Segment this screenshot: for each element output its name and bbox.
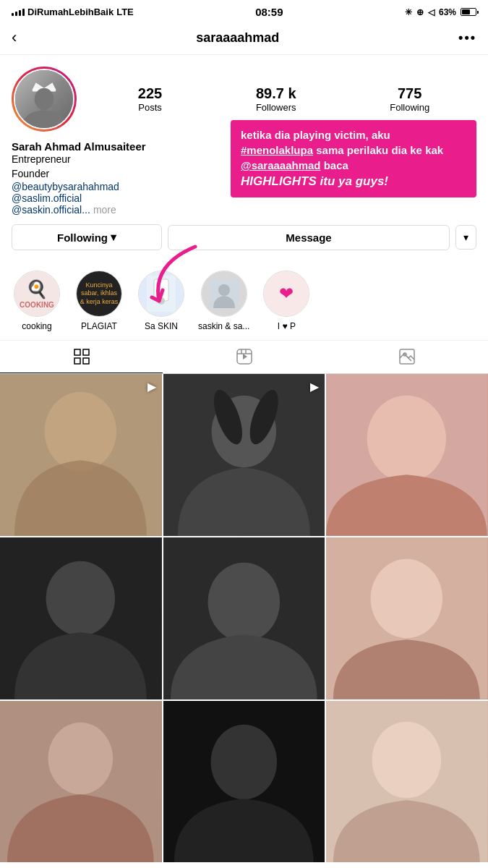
highlight-plagiat[interactable]: Kuncinya sabar, ikhlas & kerja keras PLA… [74, 271, 124, 331]
svg-point-37 [210, 724, 276, 799]
grid-cell[interactable] [163, 701, 325, 863]
grid-cell[interactable]: ▶ [0, 374, 162, 536]
highlight-plagiat-label: PLAGIAT [81, 321, 117, 331]
network-label: LTE [116, 7, 134, 17]
svg-rect-11 [74, 358, 80, 364]
lock-icon: ⊕ [416, 7, 424, 17]
grid-cell[interactable] [0, 537, 162, 699]
svg-point-27 [367, 396, 446, 482]
highlight-heart[interactable]: ❤ I ♥ P [261, 271, 312, 331]
svg-point-3 [35, 88, 54, 110]
avatar[interactable] [12, 67, 77, 132]
reels-icon [236, 348, 253, 365]
settings-icon: ✳ [405, 7, 412, 17]
svg-rect-10 [83, 349, 89, 355]
svg-marker-14 [243, 354, 247, 359]
svg-point-21 [45, 392, 116, 471]
more-options-button[interactable]: ••• [458, 30, 476, 46]
tab-tagged[interactable] [325, 348, 488, 373]
avatar-image [15, 70, 73, 128]
following-label: Following [57, 231, 108, 244]
status-left: DiRumahLebihBaik LTE [12, 7, 134, 17]
grid-cell[interactable]: ▶ [163, 374, 325, 536]
arrow-annotation [145, 243, 202, 311]
stat-posts[interactable]: 225 Posts [138, 85, 162, 113]
bio-more[interactable]: more [93, 204, 116, 216]
highlight-saskinsa-circle [201, 271, 247, 317]
highlight-cooking-label: cooking [22, 321, 51, 331]
followers-count: 89.7 k [256, 85, 296, 102]
grid-cell[interactable] [326, 537, 488, 699]
highlight-saskinsa-label: saskin & sa... [198, 321, 249, 331]
play-icon: ▶ [310, 380, 319, 393]
battery-label: 63% [439, 7, 456, 17]
highlight-heart-label: I ♥ P [278, 321, 296, 331]
annotation-text1: ketika dia playing victim, aku [241, 129, 390, 141]
highlight-saskin-label: Sa SKIN [145, 321, 178, 331]
action-buttons: Following ▾ Message ▾ [12, 224, 476, 250]
stat-followers[interactable]: 89.7 k Followers [256, 85, 296, 113]
svg-point-8 [218, 284, 230, 296]
svg-point-39 [372, 721, 441, 797]
posts-count: 225 [138, 85, 162, 102]
avatar-ring [12, 67, 77, 132]
svg-point-29 [46, 561, 115, 636]
grid-cell[interactable] [0, 701, 162, 863]
annotation-text3: baca [324, 159, 348, 171]
signal-icon [12, 9, 25, 16]
bio-link-2[interactable]: @saslim.official [12, 192, 82, 204]
play-icon: ▶ [147, 380, 156, 393]
highlight-saskinsa[interactable]: saskin & sa... [198, 271, 249, 331]
followers-label: Followers [256, 102, 296, 113]
following-label: Following [390, 102, 429, 113]
stat-following[interactable]: 775 Following [390, 85, 429, 113]
svg-rect-12 [83, 358, 89, 364]
tab-grid[interactable] [0, 348, 163, 373]
annotation-overlay: ketika dia playing victim, aku #menolakl… [231, 120, 476, 197]
svg-point-33 [371, 559, 442, 638]
photo-grid: ▶ ▶ [0, 374, 488, 862]
following-button[interactable]: Following ▾ [12, 224, 162, 250]
annotation-text2: sama perilaku dia ke kak [316, 144, 443, 156]
following-count: 775 [398, 85, 421, 102]
status-right: ✳ ⊕ ◁ 63% [405, 7, 476, 17]
grid-icon [73, 348, 90, 365]
profile-username: saraaaahmad [196, 30, 279, 46]
highlights-section: 🍳 COOKING cooking Kuncinya sabar, ikhlas… [0, 262, 488, 341]
highlight-plagiat-circle: Kuncinya sabar, ikhlas & kerja keras [76, 271, 122, 317]
highlight-heart-circle: ❤ [263, 271, 309, 317]
more-button[interactable]: ▾ [455, 225, 476, 250]
grid-cell[interactable] [326, 374, 488, 536]
bio-link-3[interactable]: @saskin.official... [12, 204, 90, 216]
status-time: 08:59 [255, 6, 283, 18]
grid-cell[interactable] [326, 701, 488, 863]
carrier-label: DiRumahLebihBaik [27, 7, 114, 17]
profile-section: 225 Posts 89.7 k Followers 775 Following… [0, 55, 488, 262]
svg-point-31 [207, 563, 279, 642]
svg-point-35 [48, 722, 113, 793]
annotation-mention: @saraaaahmad [241, 159, 321, 171]
grid-cell[interactable] [163, 537, 325, 699]
annotation-highlight: HIGHLIGHTS itu ya guys! [241, 174, 388, 188]
svg-rect-9 [74, 349, 80, 355]
tab-reels[interactable] [163, 348, 325, 373]
annotation-hashtag: #menolaklupa [241, 144, 313, 156]
stats-container: 225 Posts 89.7 k Followers 775 Following [91, 85, 476, 113]
highlight-cooking-circle: 🍳 COOKING [14, 271, 60, 317]
header: ‹ saraaaahmad ••• [0, 21, 488, 55]
highlight-cooking[interactable]: 🍳 COOKING cooking [12, 271, 62, 331]
following-chevron: ▾ [111, 231, 116, 244]
message-button[interactable]: Message [168, 225, 450, 250]
avatar-inner [14, 69, 74, 129]
tagged-icon [398, 348, 416, 365]
back-button[interactable]: ‹ [12, 28, 17, 47]
battery-icon [461, 8, 476, 16]
tab-bar [0, 341, 488, 374]
location-icon: ◁ [428, 7, 435, 17]
posts-label: Posts [138, 102, 162, 113]
status-bar: DiRumahLebihBaik LTE 08:59 ✳ ⊕ ◁ 63% [0, 0, 488, 21]
